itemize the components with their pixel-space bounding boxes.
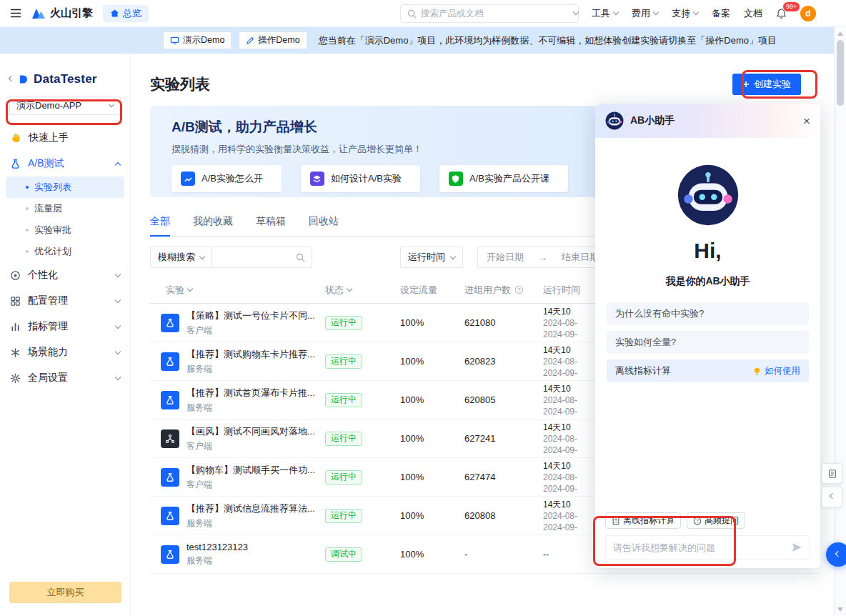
search-icon[interactable] (296, 253, 305, 262)
svg-text:?: ? (517, 287, 520, 293)
experiment-cell: 【购物车】测试顺手买一件功... 客户端 (150, 464, 325, 491)
suggestion-offline-metrics[interactable]: 离线指标计算 如何使用 (607, 359, 809, 382)
experiment-endpoint: 服务端 (186, 402, 315, 414)
feedback-widget-button[interactable] (822, 463, 842, 484)
datatester-logo[interactable]: DataTester (0, 54, 130, 86)
assistant-header: AB小助手 × (595, 104, 820, 138)
robot-avatar-icon (605, 111, 624, 130)
menu-tools[interactable]: 工具 (592, 7, 618, 20)
chevron-down-icon (115, 348, 121, 354)
experiment-endpoint: 客户端 (186, 440, 315, 452)
sidebar-item-scene[interactable]: 场景能力 (0, 339, 130, 365)
assistant-question-input[interactable] (613, 542, 785, 553)
notifications-button[interactable]: 99+ (776, 8, 787, 19)
send-icon[interactable] (791, 542, 802, 553)
offline-metrics-button[interactable]: 离线指标计算 (605, 512, 681, 529)
volcengine-logo[interactable]: 火山引擎 (31, 6, 93, 20)
faq-button[interactable]: ? 高频提问 (687, 512, 745, 529)
scroll-up-icon[interactable] (837, 31, 843, 36)
sidebar-item-config[interactable]: 配置管理 (0, 288, 130, 314)
sidebar-item-traffic-layer[interactable]: 流量层 (6, 198, 124, 219)
grid-icon (10, 296, 21, 307)
how-to-use-link[interactable]: 如何使用 (752, 365, 800, 377)
close-assistant-icon[interactable]: × (803, 115, 810, 127)
range-arrow: → (538, 252, 547, 263)
users-cell: 627474 (464, 472, 543, 482)
users-cell: 620805 (464, 394, 543, 405)
overview-button[interactable]: 总览 (103, 5, 149, 22)
experiment-name-wrap: 【推荐】测试信息流推荐算法... 服务端 (186, 502, 315, 530)
tab-favorites[interactable]: 我的收藏 (193, 215, 233, 236)
experiment-name[interactable]: 【画风】测试不同画风对落地... (186, 425, 315, 438)
menu-billing[interactable]: 费用 (632, 7, 658, 20)
status-cell: 运行中 (325, 393, 400, 407)
experiment-name-wrap: 【画风】测试不同画风对落地... 客户端 (186, 425, 315, 452)
hamburger-menu-icon[interactable] (10, 9, 21, 18)
sidebar-item-optimization-plan[interactable]: 优化计划 (6, 241, 124, 262)
info-icon[interactable]: ? (514, 285, 524, 294)
banner-card-how-to-design[interactable]: 如何设计A/B实验 (301, 165, 420, 192)
open-assistant-button[interactable] (826, 542, 846, 567)
tab-recycle-bin[interactable]: 回收站 (309, 215, 339, 236)
experiment-name-wrap: 【策略】测试一号位卡片不同... 客户端 (186, 309, 315, 337)
bar-chart-icon (10, 322, 21, 332)
banner-card-how-to-start[interactable]: A/B实验怎么开 (171, 165, 282, 192)
buy-now-button[interactable]: 立即购买 (9, 582, 121, 603)
experiment-search-input[interactable] (212, 252, 296, 263)
create-experiment-button[interactable]: 创建实验 (732, 74, 801, 95)
chevron-down-icon (199, 253, 205, 259)
fuzzy-search-select[interactable]: 模糊搜索 (151, 247, 212, 267)
page-scrollbar[interactable] (834, 27, 846, 616)
column-status[interactable]: 状态 (325, 284, 400, 297)
experiment-name[interactable]: 【推荐】测试首页瀑布卡片推... (186, 387, 315, 399)
app-selector[interactable]: 演示Demo-APP (9, 96, 121, 115)
experiment-type-icon (161, 468, 179, 487)
link-docs[interactable]: 文档 (744, 7, 762, 20)
experiment-type-icon (161, 352, 179, 371)
sidebar-item-abtest[interactable]: A/B测试 (0, 151, 130, 177)
search-icon (407, 9, 417, 19)
tab-all[interactable]: 全部 (150, 215, 170, 236)
link-beian[interactable]: 备案 (712, 7, 730, 20)
menu-support[interactable]: 支持 (672, 7, 698, 20)
status-cell: 运行中 (325, 316, 400, 330)
banner-card-open-course[interactable]: A/B实验产品公开课 (439, 165, 568, 192)
status-badge: 运行中 (325, 509, 362, 523)
global-search-input[interactable] (421, 9, 572, 19)
flask-icon (10, 159, 21, 169)
action-project-button[interactable]: 操作Demo (239, 31, 307, 49)
experiment-name[interactable]: 【推荐】测试信息流推荐算法... (186, 502, 315, 515)
global-search-box[interactable] (400, 4, 579, 23)
start-date-placeholder[interactable]: 开始日期 (487, 251, 524, 264)
experiment-name[interactable]: test123123123 (186, 542, 248, 552)
collapse-widget-button[interactable] (822, 487, 842, 507)
user-avatar[interactable]: d (800, 6, 816, 21)
sort-icon[interactable] (187, 286, 193, 292)
suggestion-no-hit[interactable]: 为什么没有命中实验? (607, 302, 809, 325)
suggestion-full-release[interactable]: 实验如何全量? (607, 331, 809, 354)
experiment-name[interactable]: 【策略】测试一号位卡片不同... (186, 309, 315, 322)
status-badge: 运行中 (325, 316, 362, 330)
end-date-placeholder[interactable]: 结束日期 (562, 251, 599, 264)
sidebar-item-quickstart[interactable]: 快速上手 (0, 125, 130, 151)
scroll-down-icon[interactable] (837, 607, 843, 612)
chevron-left-icon (835, 550, 841, 556)
scrollbar-thumb[interactable] (837, 40, 844, 106)
sidebar-item-global-settings[interactable]: 全局设置 (0, 365, 130, 391)
tab-drafts[interactable]: 草稿箱 (256, 215, 286, 236)
assistant-hero: Hi, 我是你的AB小助手 (595, 138, 820, 288)
experiment-name[interactable]: 【购物车】测试顺手买一件功... (186, 464, 315, 477)
chevron-down-icon (693, 9, 699, 15)
demo-project-button[interactable]: 演示Demo (163, 31, 232, 49)
sidebar-item-experiment-approval[interactable]: 实验审批 (6, 219, 124, 241)
datatester-logo-icon (19, 74, 29, 84)
sort-icon[interactable] (347, 286, 352, 292)
experiment-name[interactable]: 【推荐】测试购物车卡片推荐... (186, 348, 315, 361)
asterisk-icon (10, 347, 21, 358)
sidebar-item-experiment-list[interactable]: 实验列表 (6, 177, 124, 198)
sidebar-item-personalization[interactable]: 个性化 (0, 262, 130, 288)
collapse-sidebar-icon[interactable] (9, 75, 14, 81)
sidebar-item-metrics[interactable]: 指标管理 (0, 314, 130, 339)
run-time-filter[interactable]: 运行时间 (400, 247, 463, 268)
column-experiment[interactable]: 实验 (150, 284, 325, 297)
